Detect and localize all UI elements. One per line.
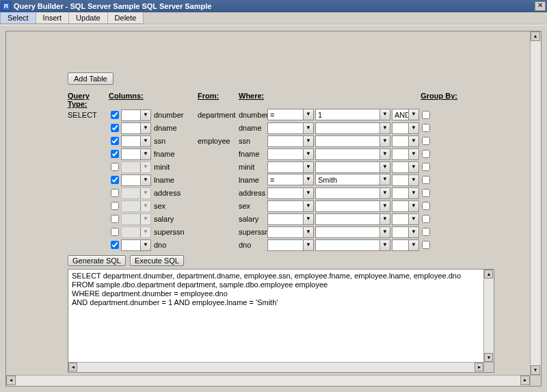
conjunction-dropdown[interactable]: ▼ [392,200,419,212]
column-dropdown[interactable]: ▼ [121,239,151,251]
conjunction-dropdown[interactable]: ▼ [392,213,419,225]
column-dropdown[interactable]: ▼ [121,174,151,186]
chevron-down-icon: ▼ [379,123,390,133]
column-dropdown[interactable]: ▼ [121,109,151,121]
operator-dropdown[interactable]: ▼ [267,200,314,212]
value-dropdown[interactable]: ▼ [315,226,390,238]
operator-dropdown[interactable]: ▼ [267,161,314,173]
value-dropdown[interactable]: Smith▼ [315,174,390,185]
conjunction-dropdown[interactable]: ▼ [392,135,419,147]
scroll-right-icon[interactable]: ▸ [520,376,530,385]
groupby-checkbox[interactable] [422,241,430,249]
column-checkbox[interactable] [111,228,119,236]
groupby-checkbox[interactable] [422,163,430,171]
operator-dropdown[interactable]: ▼ [267,213,314,225]
chevron-down-icon: ▼ [140,214,150,224]
operator-dropdown[interactable]: ▼ [267,122,314,134]
scroll-left-icon[interactable]: ◂ [68,363,77,371]
operator-dropdown[interactable]: ▼ [267,187,314,199]
tab-insert[interactable]: Insert [36,12,70,24]
value-dropdown[interactable]: ▼ [315,122,390,134]
chevron-down-icon: ▼ [379,149,390,159]
close-icon[interactable]: ✕ [535,1,546,11]
conjunction-dropdown[interactable]: ▼ [392,148,419,160]
scroll-left-icon[interactable]: ◂ [6,376,16,385]
conjunction-dropdown[interactable]: ▼ [392,226,419,238]
column-checkbox[interactable] [111,124,119,132]
tab-select[interactable]: Select [0,12,36,24]
column-checkbox[interactable] [111,202,119,210]
scroll-right-icon[interactable]: ▸ [475,363,483,371]
column-dropdown: ▼ [121,226,151,238]
column-checkbox[interactable] [111,137,119,145]
operator-dropdown[interactable]: ▼ [267,135,314,147]
chevron-down-icon: ▼ [303,201,313,211]
conjunction-dropdown[interactable]: AND▼ [392,109,419,120]
operator-dropdown[interactable]: ▼ [267,226,314,238]
column-checkbox[interactable] [111,189,119,197]
where-column: superssn [239,228,267,236]
groupby-checkbox[interactable] [422,215,430,223]
where-column: salary [239,215,267,223]
column-dropdown: ▼ [121,161,151,173]
panel-horizontal-scrollbar[interactable]: ◂ ▸ [6,375,530,386]
scroll-up-icon[interactable]: ▴ [484,270,493,278]
sql-vertical-scrollbar[interactable]: ▴ ▾ [483,270,494,362]
execute-sql-button[interactable]: Execute SQL [130,255,184,266]
panel-vertical-scrollbar[interactable]: ▴ ▾ [530,31,541,375]
operator-dropdown[interactable]: =▼ [267,174,314,185]
where-column: fname [239,150,267,158]
value-dropdown[interactable]: ▼ [315,200,390,212]
column-dropdown[interactable]: ▼ [121,135,151,147]
chevron-down-icon: ▼ [408,136,418,146]
conjunction-dropdown[interactable]: ▼ [392,122,419,134]
chevron-down-icon: ▼ [379,240,390,250]
value-dropdown[interactable]: ▼ [315,187,390,199]
groupby-checkbox[interactable] [422,228,430,236]
groupby-checkbox[interactable] [422,111,430,119]
from-table: employee [198,137,239,145]
chevron-down-icon: ▼ [408,240,418,250]
app-icon: R [1,1,11,11]
column-checkbox[interactable] [111,150,119,158]
value-dropdown[interactable]: ▼ [315,135,390,147]
sql-output[interactable] [68,270,483,362]
conjunction-dropdown[interactable]: ▼ [392,161,419,173]
column-checkbox[interactable] [111,215,119,223]
groupby-checkbox[interactable] [422,176,430,184]
groupby-checkbox[interactable] [422,124,430,132]
groupby-checkbox[interactable] [422,202,430,210]
groupby-checkbox[interactable] [422,189,430,197]
column-checkbox[interactable] [111,111,119,119]
value-dropdown[interactable]: ▼ [315,213,390,225]
tab-delete[interactable]: Delete [107,12,144,24]
column-dropdown[interactable]: ▼ [121,122,151,134]
scroll-down-icon[interactable]: ▾ [531,365,540,375]
value-dropdown[interactable]: 1▼ [315,109,390,120]
scroll-up-icon[interactable]: ▴ [531,31,540,41]
conjunction-dropdown[interactable]: ▼ [392,174,419,186]
grid-row: ▼ssnemployeessn▼▼▼ [68,134,530,147]
chevron-down-icon: ▼ [408,175,418,185]
conjunction-dropdown[interactable]: ▼ [392,239,419,251]
value-dropdown[interactable]: ▼ [315,161,390,173]
column-checkbox[interactable] [111,176,119,184]
groupby-checkbox[interactable] [422,150,430,158]
scroll-down-icon[interactable]: ▾ [484,353,493,362]
operator-dropdown[interactable]: ▼ [267,148,314,160]
add-table-button[interactable]: Add Table [68,73,114,85]
where-column: dno [239,241,267,249]
operator-dropdown[interactable]: =▼ [267,109,314,120]
column-name: dnumber [152,111,198,119]
groupby-checkbox[interactable] [422,137,430,145]
sql-horizontal-scrollbar[interactable]: ◂ ▸ [68,362,483,372]
operator-dropdown[interactable]: ▼ [267,239,314,251]
conjunction-dropdown[interactable]: ▼ [392,187,419,199]
value-dropdown[interactable]: ▼ [315,148,390,160]
generate-sql-button[interactable]: Generate SQL [68,255,126,266]
column-checkbox[interactable] [111,241,119,249]
column-dropdown[interactable]: ▼ [121,148,151,160]
value-dropdown[interactable]: ▼ [315,239,390,251]
tab-update[interactable]: Update [68,12,107,24]
column-checkbox[interactable] [111,163,119,171]
